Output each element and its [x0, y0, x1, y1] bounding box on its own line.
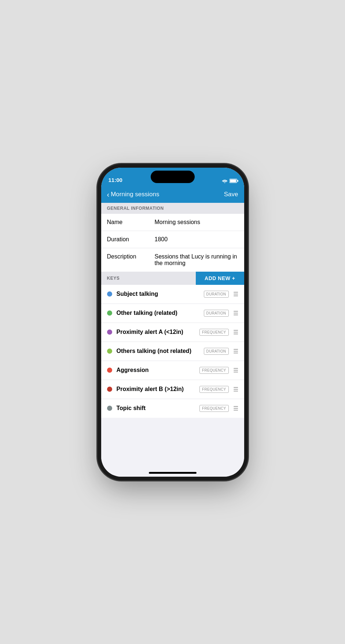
key-menu-icon-0[interactable]: ☰	[233, 291, 238, 298]
keys-list: Subject talking DURATION ☰ Other talking…	[101, 285, 244, 418]
svg-point-0	[224, 182, 225, 183]
key-name-2: Proximity alert A (<12in)	[117, 329, 200, 335]
key-menu-icon-2[interactable]: ☰	[233, 329, 238, 336]
keys-section-label: KEYS	[101, 273, 196, 284]
key-type-badge-1: DURATION	[204, 310, 229, 317]
name-value: Morning sessions	[155, 219, 238, 226]
name-label: Name	[107, 219, 155, 226]
description-value: Sessions that Lucy is running in the mor…	[155, 253, 238, 267]
key-dot-0	[107, 291, 112, 297]
key-name-4: Aggression	[117, 367, 200, 373]
description-label: Description	[107, 253, 155, 260]
key-name-3: Others talking (not related)	[117, 348, 204, 354]
key-menu-icon-5[interactable]: ☰	[233, 386, 238, 393]
key-type-badge-3: DURATION	[204, 348, 229, 355]
key-dot-6	[107, 406, 112, 411]
save-button[interactable]: Save	[224, 191, 238, 198]
svg-rect-2	[230, 179, 236, 182]
back-button[interactable]: ‹ Morning sessions	[107, 191, 159, 198]
svg-rect-3	[237, 180, 238, 182]
phone-content: GENERAL INFORMATION Name Morning session…	[101, 203, 244, 477]
wifi-icon	[222, 179, 228, 183]
key-dot-4	[107, 368, 112, 373]
key-row-0: Subject talking DURATION ☰	[101, 285, 244, 304]
key-row-4: Aggression FREQUENCY ☰	[101, 361, 244, 380]
key-row-6: Topic shift FREQUENCY ☰	[101, 399, 244, 418]
keys-header: KEYS ADD NEW +	[101, 272, 244, 285]
key-row-2: Proximity alert A (<12in) FREQUENCY ☰	[101, 323, 244, 342]
phone-frame: 11:00 ‹ Morning sessions Save GENERAL	[101, 168, 244, 477]
duration-value: 1800	[155, 236, 238, 243]
status-time: 11:00	[109, 177, 122, 183]
key-menu-icon-6[interactable]: ☰	[233, 405, 238, 412]
key-menu-icon-4[interactable]: ☰	[233, 367, 238, 374]
status-bar: 11:00	[101, 168, 244, 186]
key-row-3: Others talking (not related) DURATION ☰	[101, 342, 244, 361]
key-type-badge-4: FREQUENCY	[199, 367, 228, 374]
key-dot-5	[107, 387, 112, 392]
duration-row: Duration 1800	[101, 231, 244, 248]
key-name-5: Proximity alert B (>12in)	[117, 386, 200, 392]
key-dot-2	[107, 330, 112, 335]
nav-bar: ‹ Morning sessions Save	[101, 186, 244, 203]
name-row: Name Morning sessions	[101, 214, 244, 231]
key-row-5: Proximity alert B (>12in) FREQUENCY ☰	[101, 380, 244, 399]
back-chevron-icon: ‹	[107, 191, 110, 198]
key-name-1: Other talking (related)	[117, 310, 204, 316]
status-icons	[222, 179, 238, 183]
key-name-6: Topic shift	[117, 405, 200, 412]
key-menu-icon-1[interactable]: ☰	[233, 310, 238, 317]
nav-back-label: Morning sessions	[111, 191, 159, 198]
key-dot-1	[107, 310, 112, 316]
bottom-spacer	[101, 418, 244, 440]
duration-label: Duration	[107, 236, 155, 243]
key-name-0: Subject talking	[117, 291, 204, 297]
battery-icon	[230, 179, 238, 183]
key-menu-icon-3[interactable]: ☰	[233, 348, 238, 355]
description-row: Description Sessions that Lucy is runnin…	[101, 248, 244, 272]
key-type-badge-0: DURATION	[204, 291, 229, 298]
key-type-badge-6: FREQUENCY	[199, 405, 228, 412]
general-info-header: GENERAL INFORMATION	[101, 203, 244, 214]
home-indicator	[149, 472, 197, 474]
add-new-button[interactable]: ADD NEW +	[196, 272, 244, 285]
key-dot-3	[107, 349, 112, 354]
key-row-1: Other talking (related) DURATION ☰	[101, 304, 244, 323]
key-type-badge-5: FREQUENCY	[199, 386, 228, 393]
key-type-badge-2: FREQUENCY	[199, 329, 228, 336]
general-info-section: Name Morning sessions Duration 1800 Desc…	[101, 214, 244, 272]
